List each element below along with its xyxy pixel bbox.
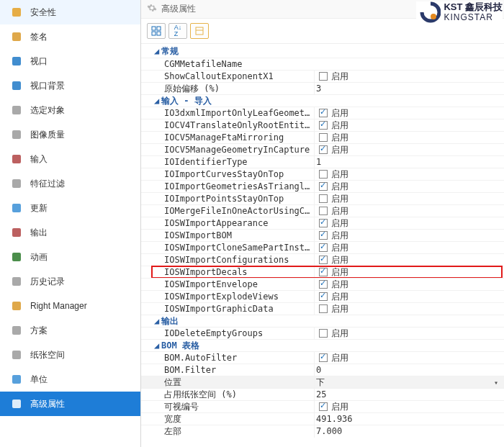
enable-label: 启用 — [331, 144, 348, 156]
sidebar-item-7[interactable]: 特征过滤 — [0, 171, 140, 196]
enable-checkbox[interactable] — [319, 219, 328, 227]
sidebar-item-15[interactable]: 单位 — [0, 367, 140, 392]
group-header[interactable]: ◢常规 — [141, 45, 504, 58]
enable-checkbox[interactable] — [319, 72, 328, 81]
enable-checkbox[interactable] — [319, 256, 328, 264]
enable-checkbox[interactable] — [319, 182, 328, 191]
sidebar-item-12[interactable]: Right Manager — [0, 294, 140, 318]
property-value[interactable]: 启用 — [314, 290, 504, 303]
enable-checkbox[interactable] — [319, 292, 328, 301]
property-label: IOSWImportBOM — [141, 230, 314, 242]
chevron-down-icon[interactable]: ▾ — [492, 376, 500, 389]
group-header[interactable]: ◢输出 — [141, 315, 504, 327]
property-value[interactable]: 启用 — [314, 351, 504, 364]
sidebar-item-5[interactable]: 图像质量 — [0, 122, 140, 147]
svg-rect-20 — [152, 32, 156, 35]
property-row: 原始偏移 (%)3 — [141, 82, 504, 94]
property-value[interactable]: 启用 — [314, 70, 504, 83]
enable-checkbox[interactable] — [319, 243, 328, 252]
enable-checkbox[interactable] — [319, 194, 328, 203]
sidebar-item-16[interactable]: 高级属性 — [0, 392, 140, 416]
sidebar-item-13[interactable]: 方案 — [0, 318, 140, 343]
property-value[interactable]: 启用 — [314, 253, 504, 266]
sidebar-item-14[interactable]: 纸张空间 — [0, 343, 140, 367]
property-row: 位置下▾ — [141, 376, 504, 388]
play-icon — [10, 250, 23, 263]
enable-checkbox[interactable] — [319, 268, 328, 276]
enable-checkbox[interactable] — [319, 280, 328, 289]
property-pages-button[interactable] — [190, 23, 209, 39]
property-value[interactable]: 启用 — [314, 229, 504, 242]
svg-rect-2 — [12, 57, 21, 66]
property-value[interactable]: 启用 — [314, 131, 504, 144]
property-row: IODeleteEmptyGroups启用 — [141, 327, 504, 339]
property-value[interactable]: 3 — [314, 83, 504, 95]
enable-checkbox[interactable] — [319, 353, 328, 362]
property-value[interactable]: 启用 — [314, 107, 504, 119]
sidebar-item-8[interactable]: 更新 — [0, 196, 140, 220]
enable-label: 启用 — [331, 71, 348, 83]
categorize-button[interactable] — [147, 23, 166, 39]
enable-checkbox[interactable] — [319, 207, 328, 215]
property-value[interactable]: 1 — [314, 156, 504, 168]
group-header[interactable]: ◢输入 - 导入 — [141, 94, 504, 107]
property-value[interactable]: 25 — [314, 389, 504, 401]
sidebar-item-label: 输入 — [30, 153, 48, 166]
property-value[interactable]: 启用 — [314, 327, 504, 340]
enable-checkbox[interactable] — [319, 133, 328, 142]
sort-az-button[interactable]: A↓Z — [168, 23, 187, 39]
property-row: IOCV4TranslateOnlyRootEntities启用 — [141, 119, 504, 131]
property-value[interactable]: 启用 — [314, 192, 504, 205]
brand-logo: KST 鑫辰科技 KINGSTAR — [416, 1, 503, 23]
enable-checkbox[interactable] — [319, 402, 328, 411]
group-header[interactable]: ◢BOM 表格 — [141, 339, 504, 351]
sidebar-item-label: 视口背景 — [30, 80, 65, 92]
sidebar-item-label: 特征过滤 — [30, 178, 65, 190]
sidebar-item-9[interactable]: 输出 — [0, 220, 140, 245]
enable-label: 启用 — [331, 193, 348, 205]
sidebar-item-4[interactable]: 选定对象 — [0, 98, 140, 122]
property-value[interactable]: 启用 — [314, 168, 504, 181]
sidebar-item-1[interactable]: 签名 — [0, 24, 140, 49]
property-row: IOSWImportGraphicData启用 — [141, 302, 504, 315]
property-value[interactable]: 下▾ — [314, 376, 504, 389]
sidebar-item-2[interactable]: 视口 — [0, 49, 140, 73]
enable-checkbox[interactable] — [319, 231, 328, 240]
enable-checkbox[interactable] — [319, 329, 328, 338]
property-value[interactable]: 7.000 — [314, 425, 504, 438]
text-value: 25 — [316, 389, 326, 401]
sidebar-item-3[interactable]: 视口背景 — [0, 73, 140, 98]
enable-checkbox[interactable] — [319, 170, 328, 179]
sidebar-item-6[interactable]: 输入 — [0, 147, 140, 171]
enable-checkbox[interactable] — [319, 145, 328, 154]
svg-rect-6 — [12, 155, 21, 163]
property-value[interactable]: 启用 — [314, 241, 504, 254]
enable-checkbox[interactable] — [319, 304, 328, 313]
property-value[interactable]: 启用 — [314, 119, 504, 132]
enable-checkbox[interactable] — [319, 121, 328, 130]
sidebar-item-10[interactable]: 动画 — [0, 245, 140, 269]
property-value[interactable]: 0 — [314, 364, 504, 376]
sidebar-item-0[interactable]: 安全性 — [0, 0, 140, 24]
brand-en: KINGSTAR — [444, 13, 503, 22]
gear-icon — [10, 397, 23, 410]
property-value[interactable]: 491.936 — [314, 413, 504, 425]
property-label: IOSWImportConfigurations — [141, 254, 314, 266]
svg-rect-4 — [12, 106, 21, 114]
property-label: IOCV5ManageGeometryInCapture — [141, 144, 314, 156]
property-value[interactable]: 启用 — [314, 180, 504, 193]
property-value[interactable]: 启用 — [314, 302, 504, 315]
property-value[interactable]: 启用 — [314, 266, 504, 279]
property-value[interactable]: 启用 — [314, 204, 504, 217]
property-row: 左部7.000 — [141, 425, 504, 437]
enable-checkbox[interactable] — [319, 109, 328, 117]
property-value[interactable]: 启用 — [314, 143, 504, 156]
sidebar-item-11[interactable]: 历史记录 — [0, 269, 140, 294]
property-row: IOCV5ManageGeometryInCapture启用 — [141, 143, 504, 155]
property-row: IOIdentifierType1 — [141, 155, 504, 168]
property-value[interactable]: 启用 — [314, 217, 504, 230]
property-value[interactable]: 启用 — [314, 278, 504, 291]
svg-rect-7 — [12, 179, 21, 188]
quality-icon — [10, 128, 23, 141]
property-value[interactable]: 启用 — [314, 400, 504, 413]
